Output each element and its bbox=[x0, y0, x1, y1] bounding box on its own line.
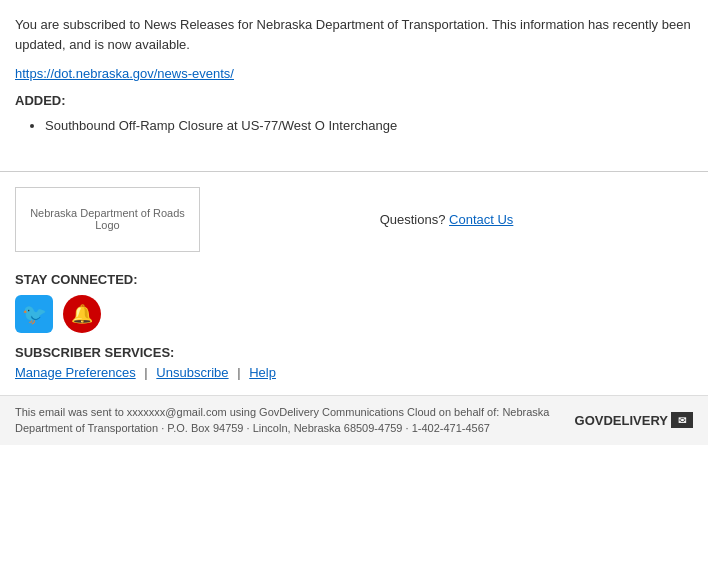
email-body: You are subscribed to News Releases for … bbox=[0, 0, 708, 151]
subscriber-links: Manage Preferences | Unsubscribe | Help bbox=[15, 365, 693, 380]
contact-us-link[interactable]: Contact Us bbox=[449, 212, 513, 227]
organization-logo: Nebraska Department of Roads Logo bbox=[15, 187, 200, 252]
questions-text: Questions? bbox=[380, 212, 446, 227]
twitter-bird-icon: 🐦 bbox=[22, 302, 47, 326]
notification-bell-icon[interactable]: 🔔 bbox=[63, 295, 101, 333]
envelope-symbol: ✉ bbox=[678, 413, 686, 428]
news-link[interactable]: https://dot.nebraska.gov/news-events/ bbox=[15, 66, 693, 81]
bell-icon: 🔔 bbox=[71, 303, 93, 325]
govdelivery-label: GOVDELIVERY bbox=[575, 411, 668, 431]
footer-section: Nebraska Department of Roads Logo Questi… bbox=[0, 172, 708, 380]
manage-preferences-link[interactable]: Manage Preferences bbox=[15, 365, 136, 380]
footer-logo-contact: Nebraska Department of Roads Logo Questi… bbox=[15, 182, 693, 257]
separator-1: | bbox=[144, 365, 147, 380]
footer-sent-text: This email was sent to xxxxxxx@gmail.com… bbox=[15, 404, 575, 437]
twitter-icon[interactable]: 🐦 bbox=[15, 295, 53, 333]
envelope-icon: ✉ bbox=[671, 412, 693, 428]
unsubscribe-link[interactable]: Unsubscribe bbox=[156, 365, 228, 380]
items-list: Southbound Off-Ramp Closure at US-77/Wes… bbox=[45, 116, 693, 137]
list-item: Southbound Off-Ramp Closure at US-77/Wes… bbox=[45, 116, 693, 137]
questions-area: Questions? Contact Us bbox=[200, 212, 693, 227]
social-icons-container: 🐦 🔔 bbox=[15, 295, 693, 333]
logo-alt-text: Nebraska Department of Roads Logo bbox=[21, 207, 194, 231]
intro-text: You are subscribed to News Releases for … bbox=[15, 15, 693, 54]
email-footer: This email was sent to xxxxxxx@gmail.com… bbox=[0, 395, 708, 445]
govdelivery-logo: GOVDELIVERY ✉ bbox=[575, 411, 693, 431]
subscriber-services-label: SUBSCRIBER SERVICES: bbox=[15, 345, 693, 360]
help-link[interactable]: Help bbox=[249, 365, 276, 380]
separator-2: | bbox=[237, 365, 240, 380]
added-label: ADDED: bbox=[15, 93, 693, 108]
stay-connected-label: STAY CONNECTED: bbox=[15, 272, 693, 287]
